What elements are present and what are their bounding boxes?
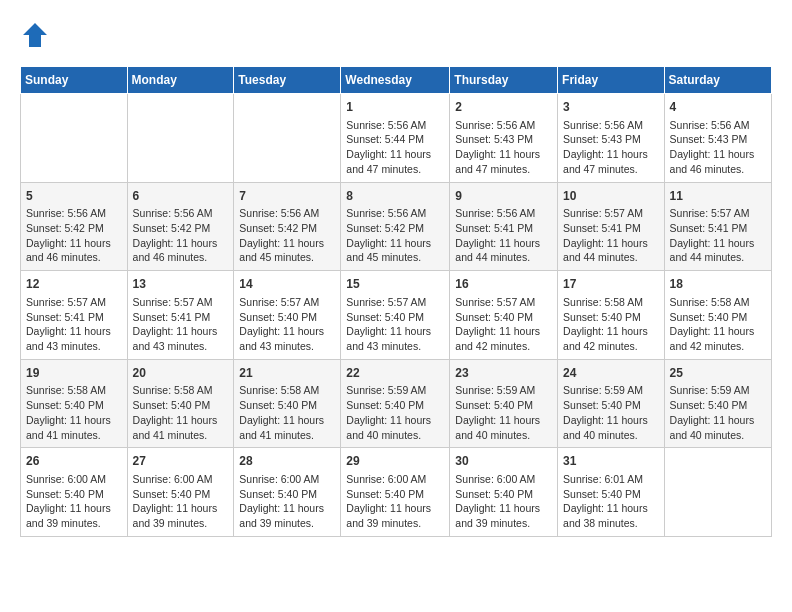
day-cell-13: 13Sunrise: 5:57 AM Sunset: 5:41 PM Dayli… — [127, 271, 234, 360]
day-cell-1: 1Sunrise: 5:56 AM Sunset: 5:44 PM Daylig… — [341, 94, 450, 183]
day-cell-15: 15Sunrise: 5:57 AM Sunset: 5:40 PM Dayli… — [341, 271, 450, 360]
day-cell-27: 27Sunrise: 6:00 AM Sunset: 5:40 PM Dayli… — [127, 448, 234, 537]
day-info-13: Sunrise: 5:57 AM Sunset: 5:41 PM Dayligh… — [133, 295, 229, 354]
day-info-5: Sunrise: 5:56 AM Sunset: 5:42 PM Dayligh… — [26, 206, 122, 265]
svg-marker-0 — [23, 23, 47, 47]
day-number-9: 9 — [455, 188, 552, 205]
day-info-21: Sunrise: 5:58 AM Sunset: 5:40 PM Dayligh… — [239, 383, 335, 442]
day-info-4: Sunrise: 5:56 AM Sunset: 5:43 PM Dayligh… — [670, 118, 766, 177]
day-cell-10: 10Sunrise: 5:57 AM Sunset: 5:41 PM Dayli… — [558, 182, 665, 271]
day-info-24: Sunrise: 5:59 AM Sunset: 5:40 PM Dayligh… — [563, 383, 659, 442]
day-number-24: 24 — [563, 365, 659, 382]
day-number-2: 2 — [455, 99, 552, 116]
empty-cell — [127, 94, 234, 183]
day-info-25: Sunrise: 5:59 AM Sunset: 5:40 PM Dayligh… — [670, 383, 766, 442]
day-cell-28: 28Sunrise: 6:00 AM Sunset: 5:40 PM Dayli… — [234, 448, 341, 537]
day-info-2: Sunrise: 5:56 AM Sunset: 5:43 PM Dayligh… — [455, 118, 552, 177]
day-info-8: Sunrise: 5:56 AM Sunset: 5:42 PM Dayligh… — [346, 206, 444, 265]
day-cell-16: 16Sunrise: 5:57 AM Sunset: 5:40 PM Dayli… — [450, 271, 558, 360]
day-cell-26: 26Sunrise: 6:00 AM Sunset: 5:40 PM Dayli… — [21, 448, 128, 537]
day-number-23: 23 — [455, 365, 552, 382]
day-number-28: 28 — [239, 453, 335, 470]
day-number-5: 5 — [26, 188, 122, 205]
day-info-29: Sunrise: 6:00 AM Sunset: 5:40 PM Dayligh… — [346, 472, 444, 531]
day-number-22: 22 — [346, 365, 444, 382]
week-row-4: 19Sunrise: 5:58 AM Sunset: 5:40 PM Dayli… — [21, 359, 772, 448]
empty-cell — [664, 448, 771, 537]
weekday-header-wednesday: Wednesday — [341, 67, 450, 94]
day-cell-9: 9Sunrise: 5:56 AM Sunset: 5:41 PM Daylig… — [450, 182, 558, 271]
day-number-1: 1 — [346, 99, 444, 116]
day-info-17: Sunrise: 5:58 AM Sunset: 5:40 PM Dayligh… — [563, 295, 659, 354]
day-info-11: Sunrise: 5:57 AM Sunset: 5:41 PM Dayligh… — [670, 206, 766, 265]
day-cell-24: 24Sunrise: 5:59 AM Sunset: 5:40 PM Dayli… — [558, 359, 665, 448]
day-info-20: Sunrise: 5:58 AM Sunset: 5:40 PM Dayligh… — [133, 383, 229, 442]
day-cell-11: 11Sunrise: 5:57 AM Sunset: 5:41 PM Dayli… — [664, 182, 771, 271]
day-number-30: 30 — [455, 453, 552, 470]
logo-icon — [20, 20, 50, 50]
day-info-15: Sunrise: 5:57 AM Sunset: 5:40 PM Dayligh… — [346, 295, 444, 354]
day-number-4: 4 — [670, 99, 766, 116]
day-number-11: 11 — [670, 188, 766, 205]
day-info-3: Sunrise: 5:56 AM Sunset: 5:43 PM Dayligh… — [563, 118, 659, 177]
day-info-23: Sunrise: 5:59 AM Sunset: 5:40 PM Dayligh… — [455, 383, 552, 442]
day-cell-8: 8Sunrise: 5:56 AM Sunset: 5:42 PM Daylig… — [341, 182, 450, 271]
empty-cell — [234, 94, 341, 183]
day-info-18: Sunrise: 5:58 AM Sunset: 5:40 PM Dayligh… — [670, 295, 766, 354]
day-info-12: Sunrise: 5:57 AM Sunset: 5:41 PM Dayligh… — [26, 295, 122, 354]
day-number-20: 20 — [133, 365, 229, 382]
day-number-6: 6 — [133, 188, 229, 205]
day-number-21: 21 — [239, 365, 335, 382]
day-cell-12: 12Sunrise: 5:57 AM Sunset: 5:41 PM Dayli… — [21, 271, 128, 360]
day-info-9: Sunrise: 5:56 AM Sunset: 5:41 PM Dayligh… — [455, 206, 552, 265]
day-number-14: 14 — [239, 276, 335, 293]
day-number-31: 31 — [563, 453, 659, 470]
day-cell-5: 5Sunrise: 5:56 AM Sunset: 5:42 PM Daylig… — [21, 182, 128, 271]
weekday-header-friday: Friday — [558, 67, 665, 94]
day-cell-2: 2Sunrise: 5:56 AM Sunset: 5:43 PM Daylig… — [450, 94, 558, 183]
day-info-19: Sunrise: 5:58 AM Sunset: 5:40 PM Dayligh… — [26, 383, 122, 442]
day-cell-21: 21Sunrise: 5:58 AM Sunset: 5:40 PM Dayli… — [234, 359, 341, 448]
day-number-27: 27 — [133, 453, 229, 470]
day-info-28: Sunrise: 6:00 AM Sunset: 5:40 PM Dayligh… — [239, 472, 335, 531]
day-cell-30: 30Sunrise: 6:00 AM Sunset: 5:40 PM Dayli… — [450, 448, 558, 537]
weekday-header-monday: Monday — [127, 67, 234, 94]
week-row-5: 26Sunrise: 6:00 AM Sunset: 5:40 PM Dayli… — [21, 448, 772, 537]
day-number-29: 29 — [346, 453, 444, 470]
day-cell-18: 18Sunrise: 5:58 AM Sunset: 5:40 PM Dayli… — [664, 271, 771, 360]
day-cell-31: 31Sunrise: 6:01 AM Sunset: 5:40 PM Dayli… — [558, 448, 665, 537]
day-cell-6: 6Sunrise: 5:56 AM Sunset: 5:42 PM Daylig… — [127, 182, 234, 271]
day-info-26: Sunrise: 6:00 AM Sunset: 5:40 PM Dayligh… — [26, 472, 122, 531]
day-cell-3: 3Sunrise: 5:56 AM Sunset: 5:43 PM Daylig… — [558, 94, 665, 183]
day-number-15: 15 — [346, 276, 444, 293]
day-number-3: 3 — [563, 99, 659, 116]
day-cell-17: 17Sunrise: 5:58 AM Sunset: 5:40 PM Dayli… — [558, 271, 665, 360]
day-number-16: 16 — [455, 276, 552, 293]
day-info-30: Sunrise: 6:00 AM Sunset: 5:40 PM Dayligh… — [455, 472, 552, 531]
day-number-18: 18 — [670, 276, 766, 293]
day-info-1: Sunrise: 5:56 AM Sunset: 5:44 PM Dayligh… — [346, 118, 444, 177]
day-number-8: 8 — [346, 188, 444, 205]
week-row-1: 1Sunrise: 5:56 AM Sunset: 5:44 PM Daylig… — [21, 94, 772, 183]
day-number-19: 19 — [26, 365, 122, 382]
day-info-22: Sunrise: 5:59 AM Sunset: 5:40 PM Dayligh… — [346, 383, 444, 442]
logo — [20, 20, 54, 50]
day-number-10: 10 — [563, 188, 659, 205]
day-info-14: Sunrise: 5:57 AM Sunset: 5:40 PM Dayligh… — [239, 295, 335, 354]
day-cell-14: 14Sunrise: 5:57 AM Sunset: 5:40 PM Dayli… — [234, 271, 341, 360]
day-cell-7: 7Sunrise: 5:56 AM Sunset: 5:42 PM Daylig… — [234, 182, 341, 271]
day-cell-20: 20Sunrise: 5:58 AM Sunset: 5:40 PM Dayli… — [127, 359, 234, 448]
day-info-16: Sunrise: 5:57 AM Sunset: 5:40 PM Dayligh… — [455, 295, 552, 354]
day-cell-29: 29Sunrise: 6:00 AM Sunset: 5:40 PM Dayli… — [341, 448, 450, 537]
day-cell-25: 25Sunrise: 5:59 AM Sunset: 5:40 PM Dayli… — [664, 359, 771, 448]
weekday-header-sunday: Sunday — [21, 67, 128, 94]
weekday-header-row: SundayMondayTuesdayWednesdayThursdayFrid… — [21, 67, 772, 94]
weekday-header-tuesday: Tuesday — [234, 67, 341, 94]
week-row-2: 5Sunrise: 5:56 AM Sunset: 5:42 PM Daylig… — [21, 182, 772, 271]
day-info-6: Sunrise: 5:56 AM Sunset: 5:42 PM Dayligh… — [133, 206, 229, 265]
day-number-26: 26 — [26, 453, 122, 470]
day-number-7: 7 — [239, 188, 335, 205]
day-cell-4: 4Sunrise: 5:56 AM Sunset: 5:43 PM Daylig… — [664, 94, 771, 183]
empty-cell — [21, 94, 128, 183]
weekday-header-saturday: Saturday — [664, 67, 771, 94]
